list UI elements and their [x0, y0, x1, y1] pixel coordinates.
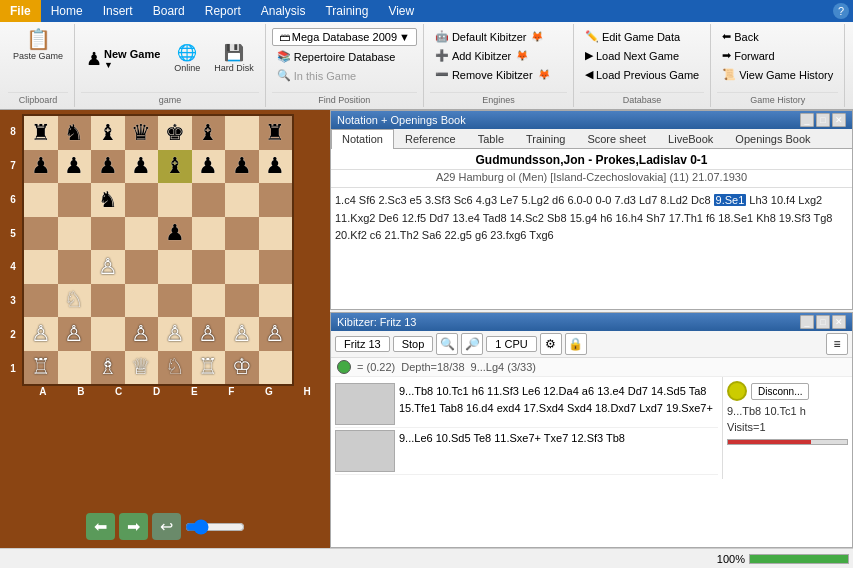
back-button[interactable]: ⬅ Back [717, 28, 838, 45]
square-g1[interactable]: ♔ [225, 351, 259, 385]
square-e4[interactable] [158, 250, 192, 284]
square-g6[interactable] [225, 183, 259, 217]
cpu-button[interactable]: 1 CPU [486, 336, 536, 352]
square-h7[interactable]: ♟ [259, 150, 293, 184]
square-g3[interactable] [225, 284, 259, 318]
square-c3[interactable] [91, 284, 125, 318]
square-f2[interactable]: ♙ [192, 317, 226, 351]
menu-insert[interactable]: Insert [93, 0, 143, 22]
stop-button[interactable]: Stop [393, 336, 434, 352]
prev-move-button[interactable]: ⬅ [86, 513, 115, 540]
tab-training[interactable]: Training [515, 129, 576, 148]
square-b2[interactable]: ♙ [58, 317, 92, 351]
square-f1[interactable]: ♖ [192, 351, 226, 385]
square-a2[interactable]: ♙ [24, 317, 58, 351]
square-d2[interactable]: ♙ [125, 317, 159, 351]
help-button[interactable]: ? [833, 3, 849, 19]
square-d6[interactable] [125, 183, 159, 217]
settings-button[interactable]: ⚙ [540, 333, 562, 355]
square-g2[interactable]: ♙ [225, 317, 259, 351]
square-c5[interactable] [91, 217, 125, 251]
remove-kibitzer-button[interactable]: ➖ Remove Kibitzer 🦊 [430, 66, 567, 83]
square-h2[interactable]: ♙ [259, 317, 293, 351]
square-a8[interactable]: ♜ [24, 116, 58, 150]
disconnect-button[interactable]: Disconn... [751, 383, 809, 400]
position-slider[interactable] [185, 519, 245, 535]
square-h4[interactable] [259, 250, 293, 284]
notation-maximize-button[interactable]: □ [816, 113, 830, 127]
lock-button[interactable]: 🔒 [565, 333, 587, 355]
hard-disk-button[interactable]: 💾 Hard Disk [209, 42, 259, 76]
square-h6[interactable] [259, 183, 293, 217]
square-h5[interactable] [259, 217, 293, 251]
notation-content[interactable]: 1.c4 Sf6 2.Sc3 e5 3.Sf3 Sc6 4.g3 Le7 5.L… [331, 188, 852, 309]
load-next-game-button[interactable]: ▶ Load Next Game [580, 47, 704, 64]
square-a5[interactable] [24, 217, 58, 251]
square-e7[interactable]: ♝ [158, 150, 192, 184]
kibitzer-maximize-button[interactable]: □ [816, 315, 830, 329]
menu-training[interactable]: Training [315, 0, 378, 22]
square-a1[interactable]: ♖ [24, 351, 58, 385]
in-this-game-button[interactable]: 🔍 In this Game [272, 67, 417, 84]
square-c7[interactable]: ♟ [91, 150, 125, 184]
kib-right-panel-button[interactable]: ≡ [826, 333, 848, 355]
tab-table[interactable]: Table [467, 129, 515, 148]
square-h3[interactable] [259, 284, 293, 318]
square-b5[interactable] [58, 217, 92, 251]
square-c6[interactable]: ♞ [91, 183, 125, 217]
square-d7[interactable]: ♟ [125, 150, 159, 184]
square-g7[interactable]: ♟ [225, 150, 259, 184]
tab-openings-book[interactable]: Openings Book [724, 129, 821, 148]
square-d4[interactable] [125, 250, 159, 284]
square-f5[interactable] [192, 217, 226, 251]
tab-score-sheet[interactable]: Score sheet [576, 129, 657, 148]
online-button[interactable]: 🌐 Online [169, 42, 205, 76]
kibitzer-minimize-button[interactable]: _ [800, 315, 814, 329]
default-kibitzer-button[interactable]: 🤖 Default Kibitzer 🦊 [430, 28, 567, 45]
square-c8[interactable]: ♝ [91, 116, 125, 150]
square-f6[interactable] [192, 183, 226, 217]
square-c1[interactable]: ♗ [91, 351, 125, 385]
square-b7[interactable]: ♟ [58, 150, 92, 184]
current-move-highlight[interactable]: 9.Se1 [714, 194, 747, 206]
square-e1[interactable]: ♘ [158, 351, 192, 385]
square-a6[interactable] [24, 183, 58, 217]
square-e2[interactable]: ♙ [158, 317, 192, 351]
square-a4[interactable] [24, 250, 58, 284]
square-b4[interactable] [58, 250, 92, 284]
tab-livebook[interactable]: LiveBook [657, 129, 724, 148]
square-e5[interactable]: ♟ [158, 217, 192, 251]
menu-analysis[interactable]: Analysis [251, 0, 316, 22]
back-move-button[interactable]: ↩ [152, 513, 181, 540]
square-d1[interactable]: ♕ [125, 351, 159, 385]
kibitzer-close-button[interactable]: ✕ [832, 315, 846, 329]
square-e3[interactable] [158, 284, 192, 318]
notation-close-button[interactable]: ✕ [832, 113, 846, 127]
square-b6[interactable] [58, 183, 92, 217]
square-a7[interactable]: ♟ [24, 150, 58, 184]
add-kibitzer-button[interactable]: ➕ Add Kibitzer 🦊 [430, 47, 567, 64]
menu-file[interactable]: File [0, 0, 41, 22]
square-b8[interactable]: ♞ [58, 116, 92, 150]
next-move-button[interactable]: ➡ [119, 513, 148, 540]
square-f8[interactable]: ♝ [192, 116, 226, 150]
new-game-button[interactable]: ♟ New Game ▼ [81, 45, 165, 73]
forward-button[interactable]: ➡ Forward [717, 47, 838, 64]
square-c2[interactable] [91, 317, 125, 351]
square-e8[interactable]: ♚ [158, 116, 192, 150]
square-d5[interactable] [125, 217, 159, 251]
notation-minimize-button[interactable]: _ [800, 113, 814, 127]
edit-game-data-button[interactable]: ✏️ Edit Game Data [580, 28, 704, 45]
square-b3[interactable]: ♘ [58, 284, 92, 318]
square-f7[interactable]: ♟ [192, 150, 226, 184]
engine-name-button[interactable]: Fritz 13 [335, 336, 390, 352]
square-f4[interactable] [192, 250, 226, 284]
zoom-out-button[interactable]: 🔍 [436, 333, 458, 355]
paste-button[interactable]: 📋 Paste Game [8, 26, 68, 64]
square-b1[interactable] [58, 351, 92, 385]
menu-report[interactable]: Report [195, 0, 251, 22]
square-g5[interactable] [225, 217, 259, 251]
square-a3[interactable] [24, 284, 58, 318]
square-d8[interactable]: ♛ [125, 116, 159, 150]
square-d3[interactable] [125, 284, 159, 318]
